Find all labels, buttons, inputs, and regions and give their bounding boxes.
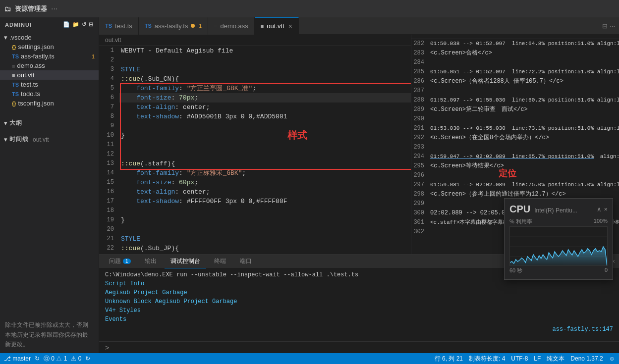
status-branch[interactable]: ⎇ master [4, 355, 31, 362]
status-errors[interactable]: ⓪ 0 △ 1 [44, 355, 67, 363]
bottom-tab-terminal[interactable]: 终端 [208, 255, 232, 268]
status-tab-size[interactable]: 制表符长度: 4 [469, 355, 505, 363]
bottom-tab-debug[interactable]: 调试控制台 [165, 255, 206, 268]
code-line-6: 6 font-size: 70px; [99, 93, 411, 103]
code-line-7: 7 text-align: center; [99, 103, 411, 112]
vtt-line-297: 297 01:59.081 --> 02:02.089 line:75.0% p… [411, 180, 619, 190]
editor-left-panel: out.vtt 样式 1 WEBVTT - Default Aegisub fi… [99, 35, 411, 254]
status-runtime[interactable]: Deno 1.37.2 [570, 355, 603, 362]
tab-vtt-icon: ≡ [261, 23, 264, 29]
terminal-file-link[interactable]: ass-fastly.ts:147 [553, 325, 613, 334]
ass-icon: ≡ [12, 63, 15, 69]
code-line-15: 15 font-size: 60px; [99, 178, 411, 187]
sidebar-item-tsconfig[interactable]: {} tsconfig.json [0, 99, 99, 108]
tab-test[interactable]: TS test.ts [99, 17, 139, 35]
cpu-close-icon[interactable]: × [604, 206, 608, 213]
vtt-line-289: 289 <c.Screen>第二轮审查 面试</c> [411, 105, 619, 114]
code-line-12: 12 [99, 150, 411, 159]
bottom-tab-problems[interactable]: 问题 1 [103, 255, 137, 268]
outline-section[interactable]: ▾ 大纲 [4, 119, 95, 127]
sidebar-item-test[interactable]: TS test.ts [0, 80, 99, 89]
cpu-chart [509, 226, 608, 266]
right-breadcrumb [411, 35, 619, 39]
split-editor-icon[interactable]: ⊟ [602, 22, 608, 30]
json-icon: {} [12, 44, 16, 50]
status-row-col[interactable]: 行 6, 列 21 [435, 355, 463, 363]
cpu-title: CPU [509, 204, 530, 215]
sidebar-item-demo[interactable]: ≡ demo.ass [0, 61, 99, 70]
project-name: ADMINUI [5, 22, 32, 28]
vtt-line-290: 290 [411, 114, 619, 124]
tab-close-button[interactable]: × [288, 22, 292, 30]
status-refresh[interactable]: ↻ [85, 355, 90, 362]
code-line-17: 17 text-shadow: #FFFF00FF 3px 0 0,#FFFF0… [99, 197, 411, 206]
code-line-8: 8 text-shadow: #ADD5001B 3px 0 0,#ADD500… [99, 112, 411, 121]
cpu-expand-icon[interactable]: ∧ [597, 206, 602, 213]
status-file-type[interactable]: 纯文本 [547, 355, 564, 363]
status-bar: ⎇ master ↻ ⓪ 0 △ 1 ⚠ 0 ↻ 行 6, 列 21 制表符长度… [0, 353, 619, 364]
sidebar-item-outvtt[interactable]: ≡ out.vtt [0, 70, 99, 80]
code-line-14: 14 font-family: "方正标雅宋_GBK"; [99, 168, 411, 178]
ts-icon: TS [12, 53, 19, 59]
cpu-chart-footer: 60 秒 0 [509, 267, 608, 274]
terminal-script-info: Script Info [105, 279, 613, 288]
terminal-unknown-block: Unknown Block Aegisub Project Garbage [105, 297, 613, 306]
new-file-icon[interactable]: 📄 [63, 21, 70, 28]
tabs-actions: ⊟ ··· [602, 22, 619, 30]
project-title: ADMINUI 📄 📁 ↺ ⊟ [0, 17, 99, 32]
bottom-tab-output[interactable]: 输出 [139, 255, 163, 268]
tab-ass-icon: ≡ [214, 23, 217, 29]
sidebar-folder-vscode[interactable]: ▾ .vscode [0, 33, 99, 42]
sidebar-item-todo[interactable]: TS todo.ts [0, 89, 99, 99]
bottom-tab-ports[interactable]: 端口 [234, 255, 258, 268]
tab-assfastly[interactable]: TS ass-fastly.ts 1 [139, 17, 208, 35]
tab-ts-icon: TS [105, 23, 112, 29]
sidebar-hint: 除非文件已被排除或太大，否则本地历史记录将跟踪你保存的最新更改。 [0, 316, 99, 353]
more-tabs-icon[interactable]: ··· [610, 22, 615, 30]
vtt-line-283: 283 <c.Screen>合格</c> [411, 49, 619, 58]
vtt-line-284: 284 [411, 58, 619, 67]
collapse-icon[interactable]: ⊟ [89, 21, 94, 28]
tabs-bar: TS test.ts TS ass-fastly.ts 1 ≡ demo.ass… [99, 17, 619, 35]
vtt-line-285: 285 01:50.051 --> 01:52.097 line:72.2% p… [411, 67, 619, 77]
code-line-10: 10 } [99, 131, 411, 140]
terminal-link-row: ass-fastly.ts:147 [105, 324, 613, 334]
code-line-4: 4 ::cue(.Sub_CN){ [99, 74, 411, 84]
tab-outvtt[interactable]: ≡ out.vtt × [255, 17, 299, 35]
refresh-icon[interactable]: ↺ [82, 21, 87, 28]
json-icon-2: {} [12, 101, 16, 106]
dingwei-label: 定位 [499, 167, 516, 179]
title-bar-more[interactable]: ··· [51, 4, 57, 13]
vtt-line-282: 282 01:50.038 --> 01:52.097 line:64.8% p… [411, 39, 619, 49]
cpu-chart-labels: % 利用率 100% [509, 218, 608, 225]
code-line-18: 18 [99, 206, 411, 215]
terminal-aegisub-garbage: Aegisub Project Garbage [105, 288, 613, 297]
new-folder-icon[interactable]: 📁 [72, 21, 80, 28]
timeline-section[interactable]: ▾ 时间线 out.vtt [4, 135, 95, 144]
terminal-prompt-icon: > [105, 344, 109, 352]
vtt-line-287: 287 [411, 86, 619, 96]
status-sync[interactable]: ↻ [35, 355, 40, 362]
terminal-events: Events [105, 315, 613, 324]
status-encoding[interactable]: UTF-8 [511, 355, 528, 362]
branch-icon: ⎇ [4, 355, 11, 362]
code-line-1: 1 WEBVTT - Default Aegisub file [99, 46, 411, 55]
sidebar-item-assfastly[interactable]: TS ass-fastly.ts 1 [0, 52, 99, 61]
status-warnings[interactable]: ⚠ 0 [71, 355, 81, 362]
code-line-16: 16 text-align: center; [99, 187, 411, 197]
code-line-2: 2 [99, 55, 411, 65]
title-bar-label: 资源管理器 [15, 4, 47, 13]
style-annotation-label: 样式 [287, 129, 307, 142]
editor-content[interactable]: 1 WEBVTT - Default Aegisub file 2 3 STYL… [99, 46, 411, 254]
code-line-22: 22 ::cue(.Sub_JP){ [99, 244, 411, 253]
code-line-13: 13 ::cue(.staff){ [99, 159, 411, 168]
status-line-ending[interactable]: LF [534, 355, 541, 362]
cpu-popup-header: CPU Intel(R) Pentiu... ∧ × [509, 204, 608, 215]
tab-demo[interactable]: ≡ demo.ass [208, 17, 255, 35]
status-feedback[interactable]: ☺ [609, 355, 615, 362]
cpu-subtitle: Intel(R) Pentiu... [534, 207, 597, 214]
sidebar-item-settings[interactable]: {} settings.json [0, 42, 99, 52]
vtt-line-294: 294 01:59.047 --> 02:02.089 line:65.7% p… [411, 152, 619, 161]
code-line-11: 11 [99, 140, 411, 150]
explorer-icon: 🗂 [4, 5, 11, 13]
